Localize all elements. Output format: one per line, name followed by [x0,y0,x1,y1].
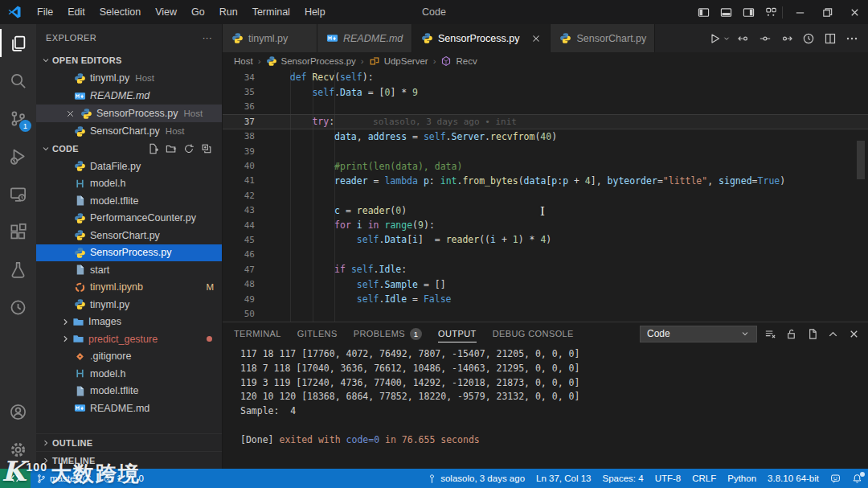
editor-scrollbar[interactable] [857,141,865,179]
status-indentation[interactable]: Spaces: 4 [596,469,649,488]
status-feedback[interactable] [825,469,846,488]
output-content[interactable]: 117 18 117 [17760, 4072, 76492, 7807, -1… [223,345,868,469]
code-editor[interactable]: 34 def Recv(self):35 self.Data = [0] * 9… [223,70,868,322]
tree-file[interactable]: model.tflite [36,383,222,400]
panel-tab-debug-console[interactable]: DEBUG CONSOLE [493,322,574,345]
status-end-of-line[interactable]: CRLF [686,469,722,488]
code-line[interactable]: 37 try:solasolo, 3 days ago • init [223,114,868,129]
tree-file[interactable]: model.h [36,175,222,193]
menu-terminal[interactable]: Terminal [245,0,297,24]
code-line[interactable]: 41 reader = lambda p: int.from_bytes(dat… [223,174,868,188]
status-problems-summary[interactable]: 10 [97,469,149,488]
breadcrumb-item[interactable]: SensorProcess.py [266,55,356,68]
status-gitlens-blame[interactable]: solasolo, 3 days ago [421,469,530,488]
code-line[interactable]: 50 [223,306,868,321]
clear-output-icon[interactable] [762,326,778,342]
tree-file[interactable]: DataFile.py [36,158,222,175]
close-window-button[interactable] [841,0,868,24]
tab-readme-md[interactable]: README.md [317,24,412,52]
status-notifications[interactable] [846,469,868,488]
tree-folder[interactable]: predict_gesture [36,330,222,348]
code-line[interactable]: 49 self.Idle = False [223,292,868,306]
tree-file[interactable]: model.h [36,365,222,383]
activity-testing[interactable] [0,251,36,289]
menu-help[interactable]: Help [297,0,333,24]
explorer-more-actions-icon[interactable]: ··· [203,33,212,43]
dropdown-chevron-icon[interactable] [722,29,731,48]
code-line[interactable]: 44 for i in range(9): [223,218,868,232]
open-editor-item[interactable]: SensorChart.pyHost [36,122,222,140]
next-change-icon[interactable] [777,29,796,48]
layout-sidebar-right-icon[interactable] [737,6,760,18]
menu-edit[interactable]: Edit [60,0,92,24]
timeline-section-header[interactable]: TIMELINE [36,451,222,469]
status-git-branch[interactable]: master [31,469,97,488]
breadcrumb-item[interactable]: UdpServer [369,55,428,68]
remote-indicator[interactable] [0,469,31,488]
customize-layout-icon[interactable] [760,6,782,18]
code-line[interactable]: 46 [223,248,868,262]
code-line[interactable]: 45 self.Data[i] = reader((i + 1) * 4) [223,232,868,247]
collapse-all-icon[interactable] [199,141,214,156]
tree-file[interactable]: PerformanceCounter.py [36,210,222,228]
previous-change-icon[interactable] [734,29,753,48]
open-editor-item[interactable]: tinyml.pyHost [36,69,222,87]
tree-file[interactable]: model.tflite [36,192,222,210]
breadcrumb-item[interactable]: Recv [440,55,477,68]
activity-accounts[interactable] [0,393,36,431]
open-log-file-icon[interactable] [804,326,820,342]
tree-file[interactable]: .gitignore [36,348,222,366]
activity-run-and-debug[interactable] [0,137,36,175]
panel-tab-terminal[interactable]: TERMINAL [234,322,281,345]
status-cursor-position[interactable]: Ln 37, Col 13 [530,469,596,488]
code-line[interactable]: 40 #print(len(data), data) [223,158,868,173]
tree-file[interactable]: README.md [36,400,222,417]
tab-sensorchart-py[interactable]: SensorChart.py [551,24,655,52]
code-line[interactable]: 42 [223,188,868,203]
tree-folder[interactable]: Images [36,314,222,331]
code-line[interactable]: 39 [223,144,868,158]
menu-go[interactable]: Go [184,0,212,24]
activity-gitlens[interactable] [0,289,36,326]
code-line[interactable]: 36 [223,100,868,114]
open-editor-item[interactable]: README.md [36,87,222,105]
status-encoding[interactable]: UTF-8 [649,469,687,488]
layout-panel-icon[interactable] [714,6,737,18]
panel-tab-output[interactable]: OUTPUT [438,322,477,345]
more-actions-icon[interactable] [842,29,862,48]
menu-view[interactable]: View [148,0,184,24]
activity-extensions[interactable] [0,213,36,251]
panel-tab-problems[interactable]: PROBLEMS1 [354,322,422,345]
unlock-icon[interactable] [783,326,799,342]
tab-tinyml-py[interactable]: tinyml.py [223,24,317,52]
open-editors-section-header[interactable]: OPEN EDITORS [36,51,222,69]
code-line[interactable]: 34 def Recv(self): [223,70,868,84]
menu-file[interactable]: File [30,0,60,24]
panel-tab-gitlens[interactable]: GITLENS [297,322,338,345]
tree-file[interactable]: tinyml.py [36,296,222,314]
tab-sensorprocess-py[interactable]: SensorProcess.py [412,24,551,52]
close-tab-icon[interactable] [530,33,542,44]
code-line[interactable]: 47 if self.Idle: [223,262,868,277]
breadcrumb-item[interactable]: Host [234,56,253,66]
status-python-interpreter[interactable]: 3.8.10 64-bit [762,469,825,488]
activity-search[interactable] [0,62,36,100]
minimize-button[interactable] [786,0,813,24]
output-channel-select[interactable]: Code [640,326,757,342]
close-icon[interactable] [65,109,78,119]
tree-file[interactable]: SensorChart.py [36,227,222,244]
split-editor-icon[interactable] [821,29,840,48]
refresh-icon[interactable] [182,141,196,156]
tree-file[interactable]: SensorProcess.py [36,244,222,262]
status-language-mode[interactable]: Python [722,469,762,488]
activity-settings[interactable] [0,431,36,469]
menu-selection[interactable]: Selection [92,0,148,24]
activity-explorer[interactable] [0,24,36,62]
close-panel-icon[interactable] [845,326,862,342]
new-folder-icon[interactable] [164,141,178,156]
code-line[interactable]: 35 self.Data = [0] * 9 [223,84,868,99]
open-editor-item[interactable]: SensorProcess.pyHost [36,105,222,122]
menu-run[interactable]: Run [212,0,245,24]
open-changes-icon[interactable] [755,29,775,48]
outline-section-header[interactable]: OUTLINE [36,433,222,451]
